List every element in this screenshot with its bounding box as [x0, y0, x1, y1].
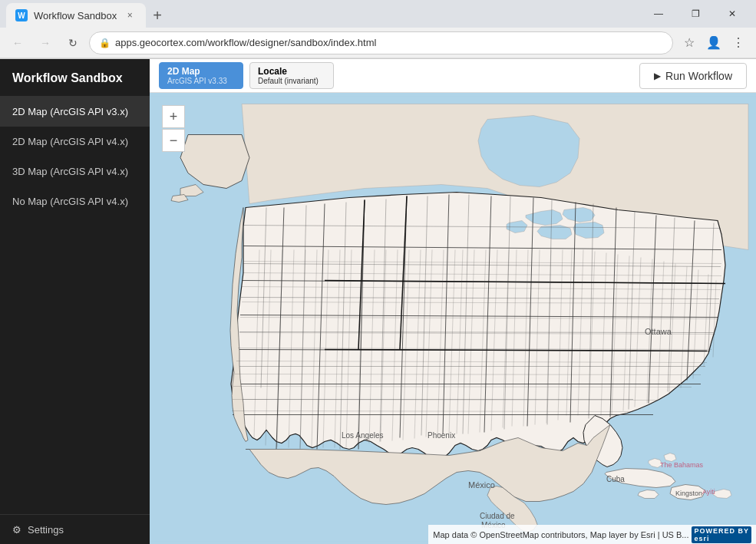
tab-locale-title: Locale [258, 66, 287, 77]
tab-2d-map-sub: ArcGIS API v3.33 [167, 77, 227, 85]
browser-chrome: W Workflow Sandbox × + — ❐ ✕ ← → ↻ 🔒 app… [0, 0, 756, 59]
reload-button[interactable]: ↻ [61, 31, 84, 54]
app-container: Workflow Sandbox 2D Map (ArcGIS API v3.x… [0, 59, 756, 544]
tab-locale[interactable]: Locale Default (invariant) [249, 62, 334, 89]
powered-by-text: POWERED BY [694, 527, 749, 535]
svg-text:Cuba: Cuba [606, 475, 625, 483]
active-tab[interactable]: W Workflow Sandbox × [6, 3, 146, 28]
address-bar: ← → ↻ 🔒 apps.geocortex.com/workflow/desi… [0, 28, 756, 58]
tab-2d-map-title: 2D Map [167, 66, 200, 77]
esri-logo: POWERED BY esri [692, 526, 751, 543]
sidebar-item-3d-v4-label: 3D Map (ArcGIS API v4.x) [12, 166, 128, 177]
tab-2d-map[interactable]: 2D Map ArcGIS API v3.33 [159, 62, 243, 89]
svg-text:Los Angeles: Los Angeles [342, 431, 384, 440]
tab-favicon: W [15, 9, 28, 21]
restore-button[interactable]: ❐ [678, 0, 713, 28]
address-actions: ☆ 👤 ⋮ [678, 31, 750, 54]
toolbar-tabs: 2D Map ArcGIS API v3.33 Locale Default (… [159, 62, 334, 89]
url-text: apps.geocortex.com/workflow/designer/san… [115, 37, 663, 48]
zoom-out-button[interactable]: − [162, 129, 185, 152]
play-icon: ▶ [654, 71, 661, 81]
run-workflow-button[interactable]: ▶ Run Workflow [639, 63, 747, 89]
zoom-in-button[interactable]: + [162, 105, 185, 128]
sidebar-items: 2D Map (ArcGIS API v3.x) 2D Map (ArcGIS … [0, 97, 150, 514]
sidebar-settings[interactable]: ⚙ Settings [0, 514, 150, 544]
svg-text:México: México [468, 480, 495, 490]
settings-label: Settings [28, 524, 64, 536]
zoom-controls: + − [162, 105, 185, 152]
bookmark-icon[interactable]: ☆ [678, 31, 701, 54]
svg-text:Ayiti: Ayiti [702, 488, 715, 496]
sidebar-item-2d-v4-label: 2D Map (ArcGIS API v4.x) [12, 136, 128, 147]
forward-button[interactable]: → [34, 31, 57, 54]
tab-bar: W Workflow Sandbox × + — ❐ ✕ [0, 0, 756, 28]
sidebar-item-2d-v3-label: 2D Map (ArcGIS API v3.x) [12, 106, 128, 117]
window-controls: — ❐ ✕ [641, 0, 750, 28]
back-button[interactable]: ← [6, 31, 29, 54]
gear-icon: ⚙ [12, 524, 21, 536]
map-attribution: Map data © OpenStreetMap contributors, M… [428, 525, 756, 544]
map-area: + − [150, 93, 756, 544]
url-bar[interactable]: 🔒 apps.geocortex.com/workflow/designer/s… [89, 31, 673, 54]
svg-text:Kingston: Kingston [675, 490, 702, 497]
sidebar: Workflow Sandbox 2D Map (ArcGIS API v3.x… [0, 59, 150, 544]
map-container[interactable]: Ottawa Los Angeles Phoenix México Ciudad… [150, 93, 756, 544]
menu-icon[interactable]: ⋮ [727, 31, 750, 54]
attribution-text: Map data © OpenStreetMap contributors, M… [433, 530, 688, 539]
sidebar-item-3d-v4[interactable]: 3D Map (ArcGIS API v4.x) [0, 157, 150, 186]
sidebar-title: Workflow Sandbox [0, 59, 150, 97]
main-content: 2D Map ArcGIS API v3.33 Locale Default (… [150, 59, 756, 544]
svg-text:Ciudad de: Ciudad de [480, 512, 515, 520]
run-workflow-label: Run Workflow [665, 70, 732, 82]
svg-text:Phoenix: Phoenix [428, 431, 455, 440]
toolbar: 2D Map ArcGIS API v3.33 Locale Default (… [150, 59, 756, 93]
tab-locale-sub: Default (invariant) [258, 77, 319, 85]
tab-title: Workflow Sandbox [34, 10, 117, 21]
new-tab-button[interactable]: + [146, 3, 169, 28]
sidebar-item-no-map-label: No Map (ArcGIS API v4.x) [12, 196, 128, 207]
minimize-button[interactable]: — [641, 0, 676, 28]
lock-icon: 🔒 [99, 38, 111, 48]
sidebar-item-no-map[interactable]: No Map (ArcGIS API v4.x) [0, 186, 150, 216]
svg-text:Ottawa: Ottawa [645, 327, 672, 336]
sidebar-item-2d-v4[interactable]: 2D Map (ArcGIS API v4.x) [0, 127, 150, 157]
sidebar-item-2d-v3[interactable]: 2D Map (ArcGIS API v3.x) [0, 97, 150, 127]
svg-text:The Bahamas: The Bahamas [660, 461, 704, 469]
close-button[interactable]: ✕ [715, 0, 750, 28]
tab-close-button[interactable]: × [123, 8, 137, 22]
profile-icon[interactable]: 👤 [702, 31, 725, 54]
